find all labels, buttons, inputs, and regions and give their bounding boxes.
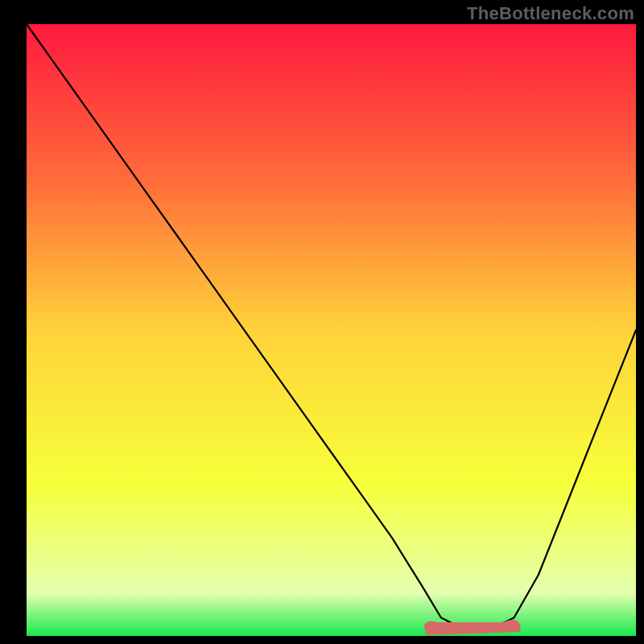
chart-frame: TheBottleneck.com bbox=[0, 0, 644, 644]
watermark-text: TheBottleneck.com bbox=[467, 3, 634, 24]
optimal-range-marker bbox=[427, 623, 518, 632]
plot-background bbox=[27, 24, 636, 636]
bottleneck-chart bbox=[0, 0, 644, 644]
